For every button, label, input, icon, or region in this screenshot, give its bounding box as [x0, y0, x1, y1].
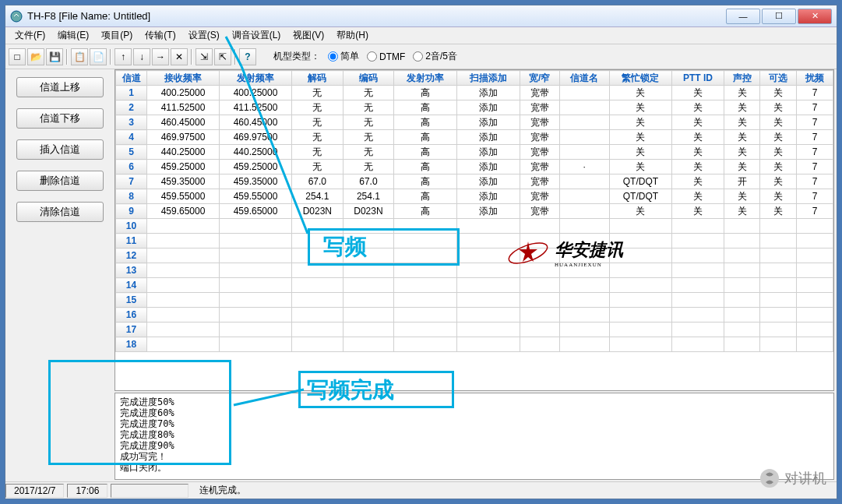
- table-cell[interactable]: [559, 322, 609, 337]
- table-cell[interactable]: [220, 263, 292, 278]
- table-cell[interactable]: 440.25000: [147, 145, 220, 160]
- table-cell[interactable]: 关: [724, 189, 760, 204]
- table-cell[interactable]: 高: [394, 145, 457, 160]
- table-cell[interactable]: [797, 234, 833, 248]
- table-cell[interactable]: 5: [116, 145, 147, 160]
- table-cell[interactable]: [147, 219, 220, 234]
- table-cell[interactable]: [609, 293, 672, 308]
- table-cell[interactable]: 关: [672, 145, 724, 160]
- table-cell[interactable]: [760, 248, 797, 263]
- table-cell[interactable]: [672, 278, 724, 293]
- table-cell[interactable]: 7: [797, 189, 833, 204]
- table-cell[interactable]: [672, 263, 724, 278]
- table-cell[interactable]: [672, 293, 724, 308]
- table-cell[interactable]: 关: [760, 115, 797, 130]
- table-cell[interactable]: [724, 234, 760, 248]
- table-cell[interactable]: [724, 263, 760, 278]
- table-cell[interactable]: 宽带: [520, 204, 559, 219]
- table-row[interactable]: 12: [116, 248, 833, 263]
- table-cell[interactable]: [292, 278, 343, 293]
- table-cell[interactable]: [559, 189, 609, 204]
- table-cell[interactable]: [456, 219, 520, 234]
- table-cell[interactable]: 7: [797, 204, 833, 219]
- table-cell[interactable]: 459.35000: [147, 174, 220, 189]
- table-cell[interactable]: [220, 322, 292, 337]
- table-cell[interactable]: 无: [343, 100, 394, 115]
- table-cell[interactable]: [672, 308, 724, 322]
- save-icon[interactable]: 💾: [46, 48, 63, 65]
- table-cell[interactable]: 无: [343, 145, 394, 160]
- table-cell[interactable]: [394, 234, 457, 248]
- table-row[interactable]: 14: [116, 278, 833, 293]
- table-cell[interactable]: 400.25000: [147, 86, 220, 100]
- table-cell[interactable]: 254.1: [292, 189, 343, 204]
- table-cell[interactable]: [343, 263, 394, 278]
- table-row[interactable]: 17: [116, 322, 833, 337]
- column-header[interactable]: 解码: [292, 71, 343, 86]
- table-cell[interactable]: 关: [672, 130, 724, 145]
- table-cell[interactable]: 无: [343, 115, 394, 130]
- table-cell[interactable]: 宽带: [520, 174, 559, 189]
- table-cell[interactable]: 无: [292, 160, 343, 174]
- minimize-button[interactable]: —: [726, 9, 760, 24]
- table-cell[interactable]: 关: [672, 160, 724, 174]
- table-cell[interactable]: QT/DQT: [609, 189, 672, 204]
- table-cell[interactable]: 关: [672, 174, 724, 189]
- table-cell[interactable]: 67.0: [343, 174, 394, 189]
- table-cell[interactable]: ·: [559, 160, 609, 174]
- table-cell[interactable]: [394, 308, 457, 322]
- table-cell[interactable]: 254.1: [343, 189, 394, 204]
- table-cell[interactable]: 14: [116, 278, 147, 293]
- table-cell[interactable]: [609, 308, 672, 322]
- table-cell[interactable]: 添加: [456, 189, 520, 204]
- delete-channel-button[interactable]: 删除信道: [16, 171, 104, 191]
- table-cell[interactable]: 无: [292, 100, 343, 115]
- table-cell[interactable]: [672, 219, 724, 234]
- table-cell[interactable]: 459.25000: [147, 160, 220, 174]
- table-cell[interactable]: 关: [760, 86, 797, 100]
- table-cell[interactable]: 3: [116, 115, 147, 130]
- table-cell[interactable]: [760, 308, 797, 322]
- table-row[interactable]: 13: [116, 263, 833, 278]
- table-cell[interactable]: [724, 248, 760, 263]
- table-cell[interactable]: [394, 278, 457, 293]
- table-row[interactable]: 1400.25000400.25000无无高添加宽带关关关关7: [116, 86, 833, 100]
- table-cell[interactable]: [609, 219, 672, 234]
- table-cell[interactable]: [220, 278, 292, 293]
- table-cell[interactable]: [147, 263, 220, 278]
- table-cell[interactable]: [147, 278, 220, 293]
- table-cell[interactable]: 关: [760, 204, 797, 219]
- table-cell[interactable]: 关: [760, 100, 797, 115]
- table-cell[interactable]: [520, 278, 559, 293]
- table-cell[interactable]: 关: [672, 115, 724, 130]
- copy-icon[interactable]: 📋: [71, 48, 88, 65]
- table-cell[interactable]: [797, 293, 833, 308]
- table-cell[interactable]: [343, 337, 394, 352]
- table-cell[interactable]: [394, 293, 457, 308]
- menu-lang[interactable]: 调音设置(L): [226, 27, 287, 44]
- table-cell[interactable]: [147, 308, 220, 322]
- channel-up-button[interactable]: 信道上移: [16, 77, 104, 97]
- table-cell[interactable]: 关: [609, 204, 672, 219]
- table-cell[interactable]: 411.52500: [147, 100, 220, 115]
- column-header[interactable]: 信道: [116, 71, 147, 86]
- insert-channel-button[interactable]: 插入信道: [16, 139, 104, 160]
- column-header[interactable]: 扫描添加: [456, 71, 520, 86]
- column-header[interactable]: 繁忙锁定: [609, 71, 672, 86]
- table-cell[interactable]: 9: [116, 204, 147, 219]
- table-cell[interactable]: [797, 337, 833, 352]
- column-header[interactable]: 可选: [760, 71, 797, 86]
- up-arrow-icon[interactable]: ↑: [114, 48, 132, 65]
- table-cell[interactable]: 关: [672, 204, 724, 219]
- table-cell[interactable]: 宽带: [520, 145, 559, 160]
- table-cell[interactable]: 2: [116, 100, 147, 115]
- table-cell[interactable]: 关: [724, 160, 760, 174]
- table-cell[interactable]: [343, 248, 394, 263]
- table-cell[interactable]: 15: [116, 293, 147, 308]
- table-cell[interactable]: [797, 248, 833, 263]
- table-cell[interactable]: [394, 337, 457, 352]
- table-row[interactable]: 7459.35000459.3500067.067.0高添加宽带QT/DQT关开…: [116, 174, 833, 189]
- table-cell[interactable]: [220, 293, 292, 308]
- table-cell[interactable]: 400.25000: [220, 86, 292, 100]
- table-cell[interactable]: [343, 234, 394, 248]
